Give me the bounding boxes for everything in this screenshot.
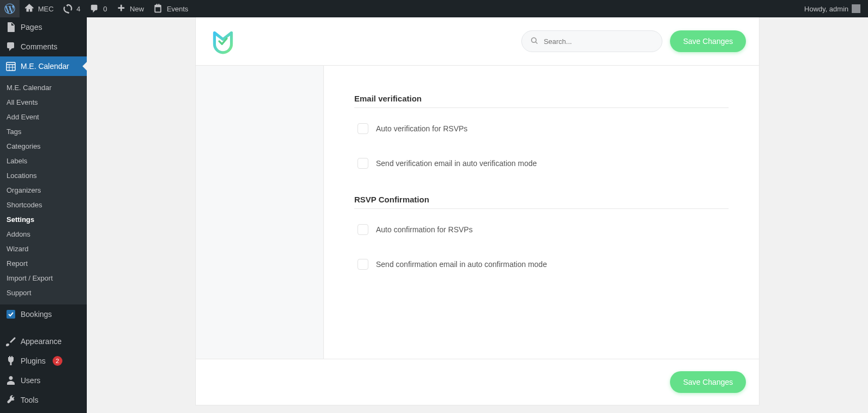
option-auto-verification: Auto verification for RSVPs bbox=[354, 123, 729, 134]
panel-header-right: Save Changes bbox=[521, 30, 746, 52]
panel-body: Email verification Auto verification for… bbox=[196, 66, 759, 359]
comments-icon bbox=[5, 41, 16, 52]
checkbox-auto-confirmation[interactable] bbox=[358, 224, 368, 235]
mec-logo-icon bbox=[209, 27, 237, 55]
svg-rect-5 bbox=[7, 310, 15, 319]
comments-count: 0 bbox=[103, 5, 107, 13]
submenu-shortcodes[interactable]: Shortcodes bbox=[0, 198, 87, 212]
comments-link[interactable]: 0 bbox=[85, 0, 111, 17]
comment-icon bbox=[89, 3, 100, 14]
howdy-text: Howdy, admin bbox=[805, 5, 848, 13]
account-link[interactable]: Howdy, admin bbox=[800, 0, 865, 17]
update-icon bbox=[62, 3, 73, 14]
sidebar-item-appearance[interactable]: Appearance bbox=[0, 332, 87, 351]
main-content: Save Changes Email verification Auto ver… bbox=[87, 17, 868, 413]
new-label: New bbox=[130, 5, 144, 13]
topbar-right: Howdy, admin bbox=[800, 0, 868, 17]
site-link[interactable]: MEC bbox=[20, 0, 58, 17]
sidebar-label: Comments bbox=[21, 42, 58, 51]
sidebar-submenu: M.E. Calendar All Events Add Event Tags … bbox=[0, 76, 87, 304]
plugins-count-badge: 2 bbox=[53, 356, 62, 366]
save-button-top[interactable]: Save Changes bbox=[670, 30, 746, 52]
option-send-verification-email: Send verification email in auto verifica… bbox=[354, 158, 729, 169]
sidebar-item-bookings[interactable]: Bookings bbox=[0, 304, 87, 324]
submenu-addons[interactable]: Addons bbox=[0, 227, 87, 242]
submenu-settings[interactable]: Settings bbox=[0, 212, 87, 227]
sidebar-item-users[interactable]: Users bbox=[0, 371, 87, 390]
avatar-icon bbox=[852, 4, 860, 13]
sidebar-label: Plugins bbox=[21, 357, 46, 365]
checkbox-label: Send verification email in auto verifica… bbox=[376, 159, 537, 168]
section-email-verification-title: Email verification bbox=[354, 94, 729, 108]
plus-icon bbox=[116, 3, 126, 14]
sidebar-item-plugins[interactable]: Plugins 2 bbox=[0, 351, 87, 371]
settings-panel: Save Changes Email verification Auto ver… bbox=[195, 17, 760, 405]
submenu-tags[interactable]: Tags bbox=[0, 124, 87, 139]
checkbox-label: Auto confirmation for RSVPs bbox=[376, 225, 473, 234]
submenu-wizard[interactable]: Wizard bbox=[0, 242, 87, 256]
svg-rect-0 bbox=[7, 62, 15, 71]
panel-sidebar bbox=[196, 66, 324, 359]
sidebar-label: Pages bbox=[21, 23, 42, 31]
checkbox-label: Send confirmation email in auto confirma… bbox=[376, 260, 547, 269]
topbar-left: MEC 4 0 New Events bbox=[0, 0, 193, 17]
updates-link[interactable]: 4 bbox=[58, 0, 85, 17]
calendar-icon bbox=[152, 3, 163, 14]
save-button-bottom[interactable]: Save Changes bbox=[670, 371, 746, 393]
search-box[interactable] bbox=[521, 30, 662, 52]
submenu-add-event[interactable]: Add Event bbox=[0, 110, 87, 124]
panel-footer: Save Changes bbox=[196, 359, 759, 405]
option-auto-confirmation: Auto confirmation for RSVPs bbox=[354, 224, 729, 235]
events-link[interactable]: Events bbox=[148, 0, 193, 17]
sidebar-item-tools[interactable]: Tools bbox=[0, 390, 87, 410]
brush-icon bbox=[5, 336, 16, 347]
sidebar-label: Bookings bbox=[21, 310, 52, 319]
checkbox-send-verification-email[interactable] bbox=[358, 158, 368, 169]
sidebar-label: Tools bbox=[21, 396, 39, 404]
sidebar-label: Users bbox=[21, 376, 41, 385]
sidebar-item-me-calendar[interactable]: M.E. Calendar bbox=[0, 56, 87, 76]
updates-count: 4 bbox=[76, 5, 80, 13]
checkbox-label: Auto verification for RSVPs bbox=[376, 124, 468, 133]
submenu-labels[interactable]: Labels bbox=[0, 154, 87, 168]
submenu-me-calendar[interactable]: M.E. Calendar bbox=[0, 80, 87, 95]
admin-topbar: MEC 4 0 New Events How bbox=[0, 0, 868, 17]
calendar-grid-icon bbox=[5, 61, 16, 72]
site-name: MEC bbox=[38, 5, 54, 13]
pages-icon bbox=[5, 22, 16, 33]
option-send-confirmation-email: Send confirmation email in auto confirma… bbox=[354, 259, 729, 270]
submenu-support[interactable]: Support bbox=[0, 285, 87, 300]
wrench-icon bbox=[5, 395, 16, 405]
submenu-categories[interactable]: Categories bbox=[0, 139, 87, 154]
submenu-all-events[interactable]: All Events bbox=[0, 95, 87, 110]
sidebar-label: M.E. Calendar bbox=[21, 62, 69, 71]
panel-main: Email verification Auto verification for… bbox=[324, 66, 759, 359]
wordpress-logo[interactable] bbox=[0, 0, 20, 17]
check-square-icon bbox=[5, 309, 16, 320]
checkbox-auto-verification[interactable] bbox=[358, 123, 368, 134]
users-icon bbox=[5, 375, 16, 386]
sidebar-item-pages[interactable]: Pages bbox=[0, 17, 87, 37]
section-rsvp-confirmation-title: RSVP Confirmation bbox=[354, 195, 729, 209]
submenu-report[interactable]: Report bbox=[0, 256, 87, 271]
search-icon bbox=[531, 37, 538, 46]
events-label: Events bbox=[167, 5, 188, 13]
submenu-locations[interactable]: Locations bbox=[0, 168, 87, 183]
new-link[interactable]: New bbox=[111, 0, 148, 17]
sidebar-item-comments[interactable]: Comments bbox=[0, 37, 87, 56]
submenu-import-export[interactable]: Import / Export bbox=[0, 271, 87, 285]
checkbox-send-confirmation-email[interactable] bbox=[358, 259, 368, 270]
admin-sidebar: Pages Comments M.E. Calendar M.E. Calend… bbox=[0, 17, 87, 413]
sidebar-label: Appearance bbox=[21, 337, 62, 346]
wordpress-icon bbox=[4, 3, 15, 14]
plugin-icon bbox=[5, 355, 16, 366]
submenu-organizers[interactable]: Organizers bbox=[0, 183, 87, 198]
panel-header: Save Changes bbox=[196, 17, 759, 66]
search-input[interactable] bbox=[544, 37, 653, 46]
home-icon bbox=[24, 3, 35, 14]
